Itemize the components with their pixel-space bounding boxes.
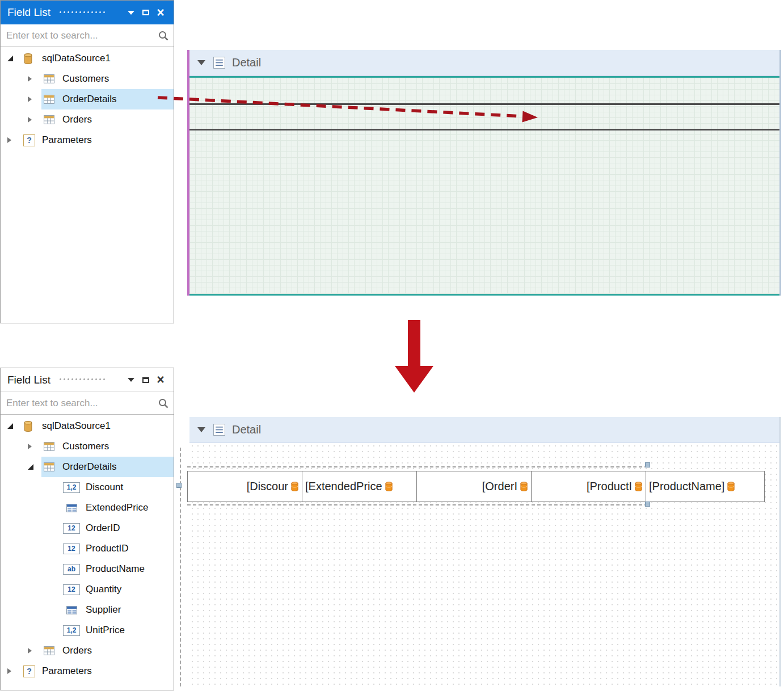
table-icon <box>44 74 58 83</box>
cell-text: [ExtendedPrice <box>305 480 382 493</box>
expanded-icon[interactable] <box>7 423 23 429</box>
table-icon <box>44 646 58 655</box>
panel-title: Field List <box>7 374 50 386</box>
tree-item-label: sqlDataSource1 <box>42 420 111 432</box>
transition-arrow-icon <box>395 320 433 393</box>
tree-item-orderid[interactable]: 12 OrderID <box>1 518 174 538</box>
table-icon <box>44 95 58 104</box>
close-icon: × <box>157 6 164 19</box>
tree-item-extendedprice[interactable]: ExtendedPrice <box>1 498 174 518</box>
maximize-button[interactable] <box>138 373 153 387</box>
detail-band-header-top[interactable]: Detail <box>189 50 779 76</box>
tree-item-orderdetails[interactable]: OrderDetails <box>1 457 174 477</box>
tree-item-sqldatasource1[interactable]: sqlDataSource1 <box>1 48 174 69</box>
table-cell-productid[interactable]: [ProductI <box>532 471 646 502</box>
table-cell-extendedprice[interactable]: [ExtendedPrice <box>302 471 417 502</box>
table-cell-productname[interactable]: [ProductName] <box>646 471 764 502</box>
collapse-band-icon[interactable] <box>197 60 205 65</box>
maximize-icon <box>142 377 149 383</box>
collapsed-icon[interactable] <box>28 648 44 654</box>
field-list-titlebar[interactable]: Field List × <box>1 1 174 24</box>
tree-item-orders[interactable]: Orders <box>1 109 174 130</box>
search-input[interactable] <box>5 30 158 42</box>
band-title: Detail <box>232 56 261 69</box>
table-selection-dashed-bottom <box>187 504 648 505</box>
band-tasks-icon[interactable] <box>213 57 225 69</box>
panel-title: Field List <box>7 6 50 19</box>
tree-item-quantity[interactable]: 12 Quantity <box>1 579 174 600</box>
table-icon <box>44 442 58 451</box>
chevron-down-icon <box>128 11 134 15</box>
table-icon <box>44 462 58 471</box>
close-button[interactable]: × <box>153 5 168 20</box>
expanded-icon[interactable] <box>7 56 23 61</box>
table-cell-discount[interactable]: [Discour <box>188 471 302 502</box>
maximize-button[interactable] <box>138 5 153 20</box>
integer-field-icon: 12 <box>63 543 80 554</box>
tree-item-unitprice[interactable]: 1,2 UnitPrice <box>1 620 174 641</box>
tree-item-parameters[interactable]: ? Parameters <box>1 130 174 150</box>
search-icon[interactable] <box>158 30 169 41</box>
tree-item-supplier[interactable]: Supplier <box>1 600 174 620</box>
search-icon[interactable] <box>158 398 169 409</box>
tree-item-sqldatasource1[interactable]: sqlDataSource1 <box>1 416 174 436</box>
tree-item-productname[interactable]: ab ProductName <box>1 559 174 579</box>
table-field-icon <box>63 605 80 616</box>
design-surface-top[interactable] <box>189 78 779 294</box>
decimal-field-icon: 1,2 <box>63 625 80 636</box>
tree-item-label: Supplier <box>86 604 121 616</box>
cell-text: [OrderI <box>482 480 517 493</box>
tree-item-customers[interactable]: Customers <box>1 69 174 89</box>
tree-item-discount[interactable]: 1,2 Discount <box>1 477 174 498</box>
integer-field-icon: 12 <box>63 584 80 595</box>
tree-item-label: OrderDetails <box>62 461 116 473</box>
collapse-band-icon[interactable] <box>197 427 205 432</box>
field-tree: sqlDataSource1 Customers OrderDetails 1,… <box>1 415 174 681</box>
drag-grip-icon[interactable] <box>58 10 107 15</box>
collapsed-icon[interactable] <box>28 96 44 102</box>
window-menu-button[interactable] <box>124 373 138 387</box>
chevron-down-icon <box>128 378 134 382</box>
resize-handle[interactable] <box>645 502 650 507</box>
tree-item-parameters[interactable]: ? Parameters <box>1 661 174 681</box>
field-list-panel-top: Field List × sqlDataSource1 <box>0 0 174 323</box>
tree-item-productid[interactable]: 12 ProductID <box>1 538 174 559</box>
tree-item-orders[interactable]: Orders <box>1 641 174 661</box>
band-bottom-edge[interactable] <box>189 294 779 296</box>
report-table[interactable]: [Discour [ExtendedPrice [OrderI [Product… <box>187 471 765 502</box>
drag-grip-icon[interactable] <box>58 377 107 382</box>
expanded-icon[interactable] <box>28 464 44 470</box>
search-input[interactable] <box>5 397 158 410</box>
parameters-icon: ? <box>23 134 38 146</box>
screenshot-root: Field List × sqlDataSource1 <box>0 0 784 691</box>
tree-item-label: UnitPrice <box>86 625 125 636</box>
table-selection-dashed-top <box>187 466 648 467</box>
integer-field-icon: 12 <box>63 523 80 534</box>
field-list-titlebar[interactable]: Field List × <box>1 368 174 392</box>
resize-handle[interactable] <box>176 483 182 488</box>
decimal-field-icon: 1,2 <box>63 482 80 493</box>
tree-item-label: Customers <box>62 73 109 85</box>
window-menu-button[interactable] <box>124 5 138 20</box>
tree-item-label: Parameters <box>42 665 92 677</box>
field-binding-icon <box>385 481 393 492</box>
collapsed-icon[interactable] <box>28 117 44 123</box>
tree-item-orderdetails[interactable]: OrderDetails <box>1 89 174 109</box>
collapsed-icon[interactable] <box>7 137 23 143</box>
field-tree: sqlDataSource1 Customers OrderDetails <box>1 47 174 150</box>
cell-text: [ProductI <box>587 480 632 493</box>
resize-handle[interactable] <box>645 462 650 467</box>
close-button[interactable]: × <box>153 373 168 387</box>
collapsed-icon[interactable] <box>7 668 23 674</box>
detail-band-header-bottom[interactable]: Detail <box>189 417 779 443</box>
tree-item-label: Quantity <box>86 584 121 595</box>
table-field-icon <box>63 503 80 513</box>
band-tasks-icon[interactable] <box>213 424 225 436</box>
tree-item-label: ProductID <box>86 543 129 554</box>
tree-item-customers[interactable]: Customers <box>1 436 174 457</box>
table-cell-orderid[interactable]: [OrderI <box>417 471 532 502</box>
parameters-icon: ? <box>23 665 38 677</box>
maximize-icon <box>142 10 149 15</box>
collapsed-icon[interactable] <box>28 76 44 82</box>
collapsed-icon[interactable] <box>28 444 44 449</box>
